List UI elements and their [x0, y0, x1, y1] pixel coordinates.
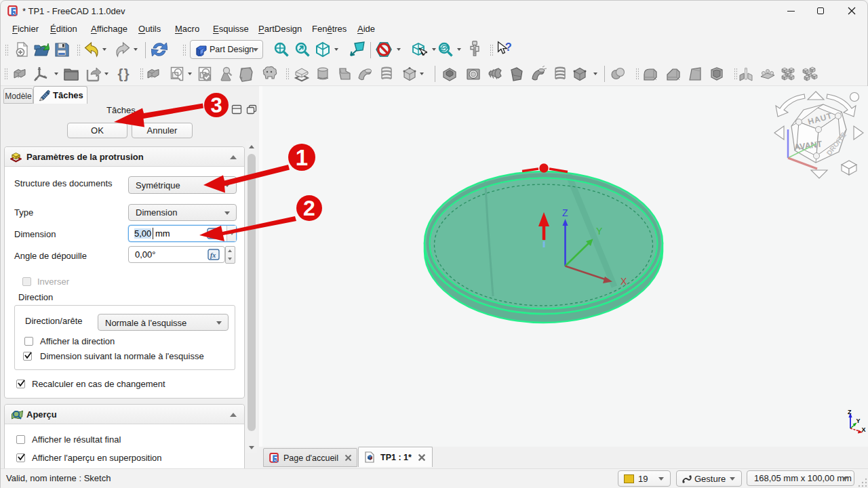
svg-text:fx: fx — [210, 230, 215, 238]
svg-text:Y: Y — [856, 418, 861, 424]
svg-text:?: ? — [505, 41, 512, 53]
svg-text:Y: Y — [596, 226, 603, 237]
svg-text:Z: Z — [562, 207, 568, 218]
svg-text:X: X — [620, 276, 627, 287]
svg-text:X: X — [862, 426, 866, 433]
svg-text:Z: Z — [848, 409, 852, 415]
svg-text:fx: fx — [210, 251, 216, 259]
